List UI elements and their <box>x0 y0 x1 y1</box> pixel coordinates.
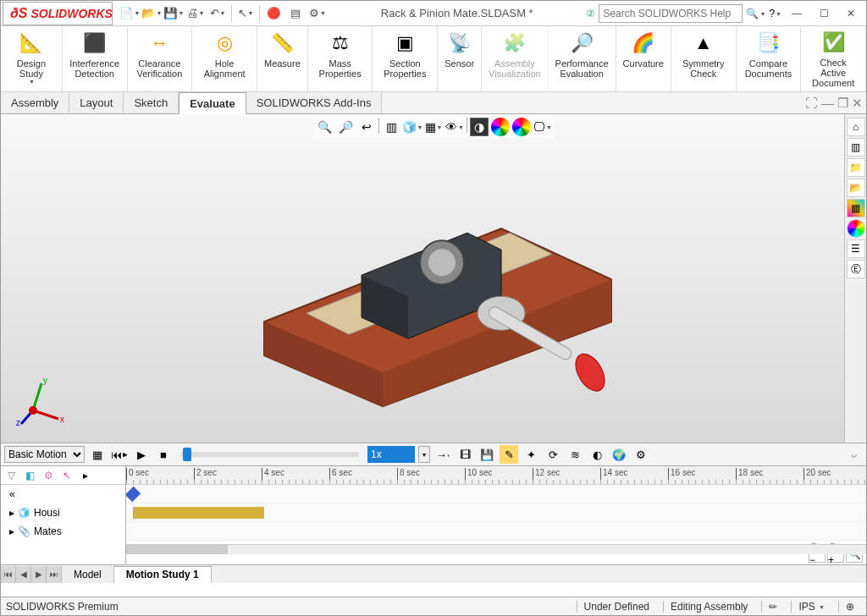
filter-icon[interactable]: ▽ <box>3 468 19 483</box>
tree-item-mates[interactable]: ▸ 📎 Mates <box>1 522 125 541</box>
tp-view-palette-icon[interactable]: ▦ <box>847 199 865 217</box>
tab-prev-icon[interactable]: ◀ <box>16 566 31 583</box>
mass-properties-button[interactable]: ⚖Mass Properties <box>308 26 373 91</box>
status-extra-icon[interactable]: ⊕ <box>838 601 861 613</box>
tp-custom-props-icon[interactable]: ☰ <box>847 239 865 258</box>
zoom-fit-icon[interactable]: 🔍 <box>315 118 334 136</box>
timeline-bar[interactable] <box>133 507 264 519</box>
tp-library-icon[interactable]: 📁 <box>847 158 865 177</box>
doc-restore-icon[interactable]: ❐ <box>837 96 848 111</box>
clearance-verification-button[interactable]: ↔Clearance Verification <box>128 26 193 91</box>
tp-forum-icon[interactable]: Ⓔ <box>847 260 865 278</box>
timeline-lane[interactable] <box>126 522 866 541</box>
rebuild-button[interactable]: 🔴 <box>263 3 284 24</box>
tp-appearances-icon[interactable] <box>847 219 865 238</box>
apply-scene-icon[interactable] <box>491 118 510 136</box>
scrollbar-thumb[interactable] <box>126 545 228 554</box>
compare-documents-button[interactable]: 📑Compare Documents <box>737 26 802 91</box>
timeline-scrollbar[interactable] <box>126 544 866 554</box>
tp-explorer-icon[interactable]: 📂 <box>847 179 865 197</box>
tree-collapse-icon[interactable]: « <box>1 485 125 503</box>
new-button[interactable]: 📄▼ <box>119 3 140 24</box>
apply-scene2-icon[interactable] <box>512 118 531 136</box>
view-orientation-icon[interactable]: 🧊▼ <box>403 118 422 136</box>
timeline-lanes[interactable] <box>126 485 866 544</box>
timeline-lane[interactable] <box>126 485 866 503</box>
reverse-icon[interactable]: →· <box>434 445 452 464</box>
close-button[interactable]: ✕ <box>839 4 863 23</box>
design-study-button[interactable]: 📐Design Study▼ <box>1 26 63 91</box>
edit-appearance-icon[interactable]: ◑ <box>470 118 489 136</box>
assembly-visualization-button[interactable]: 🧩Assembly Visualization <box>482 26 549 91</box>
view-triad[interactable]: x y z <box>16 377 67 427</box>
minimize-button[interactable]: — <box>785 4 809 23</box>
tab-addins[interactable]: SOLIDWORKS Add-Ins <box>246 92 383 113</box>
playback-speed[interactable]: 1x <box>367 446 415 463</box>
tab-model[interactable]: Model <box>62 566 114 583</box>
tp-home-icon[interactable]: ⌂ <box>847 118 865 136</box>
select-button[interactable]: ↖▼ <box>235 3 256 24</box>
previous-view-icon[interactable]: ↩ <box>357 118 376 136</box>
search-input[interactable] <box>599 4 743 23</box>
help-icon[interactable]: ② <box>586 8 595 19</box>
display-style-icon[interactable]: ▦▼ <box>424 118 443 136</box>
section-properties-button[interactable]: ▣Section Properties <box>373 26 438 91</box>
graphics-viewport[interactable]: 🔍 🔎 ↩ ▥ 🧊▼ ▦▼ 👁▼ ◑ 🖵▼ <box>1 114 866 443</box>
add-key-icon[interactable]: ✦ <box>522 445 540 464</box>
doc-minimize-icon[interactable]: — <box>821 96 834 110</box>
save-animation-icon[interactable]: 🎞 <box>456 445 474 464</box>
tab-layout[interactable]: Layout <box>69 92 124 113</box>
motion-type-select[interactable]: Basic Motion <box>4 446 85 463</box>
chevron-right-icon[interactable]: ▸ <box>77 468 94 483</box>
gravity-icon[interactable]: 🌍 <box>610 445 628 464</box>
hole-alignment-button[interactable]: ◎Hole Alignment <box>192 26 257 91</box>
measure-button[interactable]: 📏Measure <box>257 26 308 91</box>
tab-sketch[interactable]: Sketch <box>124 92 179 113</box>
calculate-icon[interactable]: ▦ <box>88 445 107 464</box>
open-button[interactable]: 📂▼ <box>141 3 162 24</box>
doc-expand-icon[interactable]: ⛶ <box>805 96 818 110</box>
save-button[interactable]: 💾▼ <box>163 3 184 24</box>
animation-wizard-icon[interactable]: 💾 <box>478 445 496 464</box>
sensor-button[interactable]: 📡Sensor <box>438 26 482 91</box>
filter-driven-icon[interactable]: ⚙ <box>40 468 57 483</box>
view-settings-icon[interactable]: 🖵▼ <box>533 118 552 136</box>
autokey-icon[interactable]: ✎ <box>500 445 518 464</box>
motor-icon[interactable]: ⟳ <box>544 445 562 464</box>
symmetry-check-button[interactable]: ▲Symmetry Check <box>671 26 737 91</box>
keyframe[interactable] <box>126 487 141 502</box>
hide-show-icon[interactable]: 👁▼ <box>445 118 464 136</box>
app-logo[interactable]: ðS SOLIDWORKS <box>3 2 113 25</box>
motion-options-icon[interactable]: ⚙ <box>632 445 650 464</box>
timeline-lane[interactable] <box>126 503 866 522</box>
timeline-tree[interactable]: « ▸ 🧊 Housi ▸ 📎 Mates <box>1 485 125 564</box>
tab-first-icon[interactable]: ⏮ <box>1 566 16 583</box>
options-list-button[interactable]: ▤ <box>285 3 306 24</box>
spring-icon[interactable]: ≋ <box>566 445 584 464</box>
time-slider-thumb[interactable] <box>183 448 191 461</box>
tab-evaluate[interactable]: Evaluate <box>179 92 246 114</box>
filter-selected-icon[interactable]: ↖ <box>58 468 75 483</box>
zoom-area-icon[interactable]: 🔎 <box>336 118 355 136</box>
undo-button[interactable]: ↶▼ <box>207 3 228 24</box>
contact-icon[interactable]: ◐ <box>588 445 606 464</box>
timeline-ruler[interactable]: 0 sec 2 sec 4 sec 6 sec 8 sec 10 sec 12 … <box>126 466 866 485</box>
tab-next-icon[interactable]: ▶ <box>31 566 47 583</box>
print-button[interactable]: 🖨▼ <box>185 3 206 24</box>
collapse-motion-icon[interactable]: ⌵ <box>844 448 863 460</box>
doc-close-icon[interactable]: ✕ <box>852 96 863 111</box>
filter-orientation-icon[interactable]: ◧ <box>21 468 38 483</box>
status-cursor-icon[interactable]: ✏ <box>761 601 784 613</box>
tab-assembly[interactable]: Assembly <box>1 92 69 113</box>
settings-button[interactable]: ⚙▼ <box>307 3 328 24</box>
play-icon[interactable]: ▶ <box>132 445 151 464</box>
tab-last-icon[interactable]: ⏭ <box>47 566 62 583</box>
performance-evaluation-button[interactable]: 🔎Performance Evaluation <box>549 26 616 91</box>
status-units[interactable]: IPS ▼ <box>791 601 831 613</box>
stop-icon[interactable]: ■ <box>154 445 173 464</box>
maximize-button[interactable]: ☐ <box>812 4 836 23</box>
rack-pinion-model[interactable] <box>213 152 654 415</box>
tp-resources-icon[interactable]: ▥ <box>847 138 865 157</box>
help-dropdown[interactable]: ?▼ <box>769 8 781 19</box>
timeline-track-area[interactable]: 0 sec 2 sec 4 sec 6 sec 8 sec 10 sec 12 … <box>126 466 866 564</box>
